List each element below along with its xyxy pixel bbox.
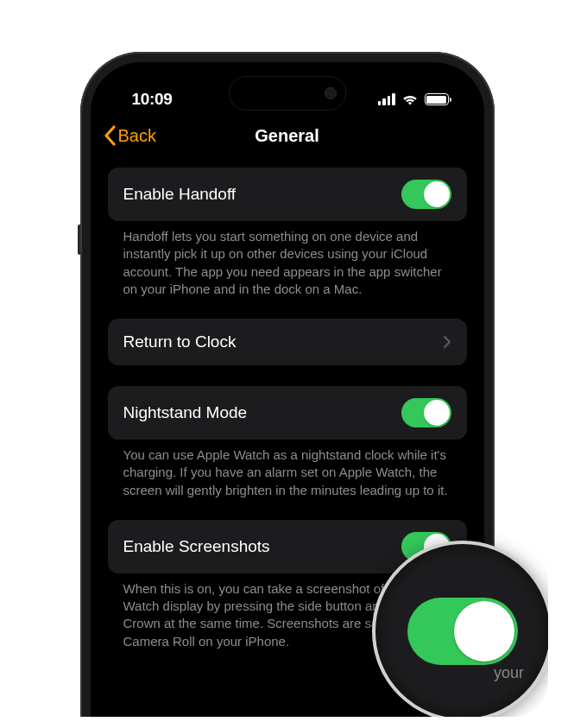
chevron-right-icon [443,335,451,349]
status-icons [378,93,451,105]
screenshot-card: 10:09 [26,26,548,717]
cell-label: Enable Screenshots [123,537,270,556]
nightstand-mode-cell[interactable]: Nightstand Mode [108,386,467,440]
status-time: 10:09 [132,90,173,109]
back-label: Back [118,126,156,146]
page-title: General [255,126,319,146]
nav-bar: Back General [91,117,484,159]
nightstand-footer: You can use Apple Watch as a nightstand … [108,440,467,520]
dynamic-island [229,76,346,111]
return-clock-footer [108,365,467,386]
magnified-text-fragment: your [494,664,524,682]
nightstand-toggle[interactable] [401,398,451,427]
wifi-icon [401,93,419,105]
back-button[interactable]: Back [103,125,156,146]
cell-label: Nightstand Mode [123,403,248,422]
chevron-left-icon [103,125,117,146]
battery-icon [425,93,451,105]
cell-label: Return to Clock [123,332,237,351]
cell-label: Enable Handoff [123,185,237,204]
handoff-toggle[interactable] [401,180,451,209]
enable-handoff-cell[interactable]: Enable Handoff [108,168,467,221]
magnified-toggle-icon [407,598,518,665]
return-to-clock-cell[interactable]: Return to Clock [108,319,467,365]
handoff-footer: Handoff lets you start something on one … [108,221,467,319]
magnifier-callout: your [372,541,548,717]
front-camera-icon [325,87,337,99]
cellular-signal-icon [378,93,395,105]
